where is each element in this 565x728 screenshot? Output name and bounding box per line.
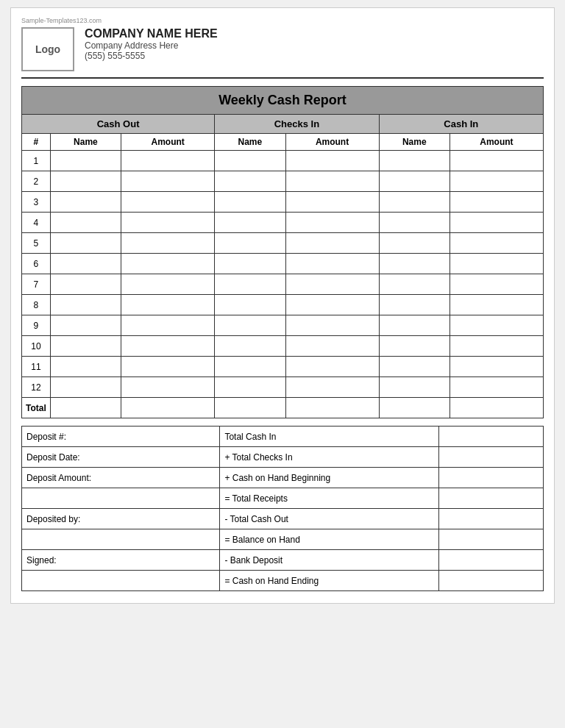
table-row: 9 <box>22 315 544 336</box>
table-row: 3 <box>22 192 544 213</box>
summary-left-label <box>22 488 220 509</box>
col-name-checksin: Name <box>215 134 285 151</box>
total-row: Total <box>22 398 544 418</box>
summary-value-cell <box>439 571 544 591</box>
summary-right-label: + Cash on Hand Beginning <box>220 468 439 488</box>
summary-right-label: + Total Checks In <box>220 447 439 468</box>
summary-value-cell <box>439 468 544 488</box>
col-amount-checksin: Amount <box>285 134 379 151</box>
col-amount-cashout: Amount <box>121 134 215 151</box>
table-row: 5 <box>22 233 544 254</box>
summary-left-label <box>22 571 220 591</box>
table-row: 11 <box>22 357 544 377</box>
summary-value-cell <box>439 488 544 509</box>
company-phone: (555) 555-5555 <box>85 51 218 61</box>
summary-left-label: Deposit Date: <box>22 447 220 468</box>
summary-right-label: Total Cash In <box>220 427 439 447</box>
summary-row: Deposit Date:+ Total Checks In <box>22 447 544 468</box>
summary-left-label: Deposit #: <box>22 427 220 447</box>
summary-right-label: - Total Cash Out <box>220 509 439 529</box>
summary-value-cell <box>439 509 544 529</box>
summary-value-cell <box>439 427 544 447</box>
col-amount-cashin: Amount <box>449 134 543 151</box>
summary-value-cell <box>439 550 544 571</box>
report-table: Weekly Cash Report Cash Out Checks In Ca… <box>21 86 544 418</box>
cash-out-header: Cash Out <box>22 115 215 134</box>
summary-right-label: = Cash on Hand Ending <box>220 571 439 591</box>
summary-row: = Cash on Hand Ending <box>22 571 544 591</box>
summary-value-cell <box>439 529 544 550</box>
table-row: 12 <box>22 377 544 398</box>
summary-right-label: - Bank Deposit <box>220 550 439 571</box>
table-row: 6 <box>22 254 544 274</box>
summary-left-label <box>22 529 220 550</box>
col-name-cashin: Name <box>379 134 449 151</box>
summary-row: = Total Receipts <box>22 488 544 509</box>
col-name-cashout: Name <box>50 134 121 151</box>
table-row: 2 <box>22 171 544 192</box>
summary-table: Deposit #:Total Cash InDeposit Date:+ To… <box>21 426 544 591</box>
summary-left-label: Deposited by: <box>22 509 220 529</box>
summary-left-label: Signed: <box>22 550 220 571</box>
page-header: Logo COMPANY NAME HERE Company Address H… <box>21 27 544 79</box>
cash-in-header: Cash In <box>379 115 543 134</box>
summary-right-label: = Total Receipts <box>220 488 439 509</box>
logo-box: Logo <box>21 27 74 71</box>
summary-row: Deposited by:- Total Cash Out <box>22 509 544 529</box>
table-row: 10 <box>22 336 544 357</box>
company-address: Company Address Here <box>85 40 218 51</box>
table-row: 7 <box>22 274 544 295</box>
summary-row: = Balance on Hand <box>22 529 544 550</box>
table-row: 8 <box>22 295 544 315</box>
summary-value-cell <box>439 447 544 468</box>
table-row: 4 <box>22 213 544 233</box>
col-number: # <box>22 134 51 151</box>
summary-right-label: = Balance on Hand <box>220 529 439 550</box>
table-row: 1 <box>22 151 544 171</box>
summary-row: Deposit Amount:+ Cash on Hand Beginning <box>22 468 544 488</box>
company-name: COMPANY NAME HERE <box>85 27 218 40</box>
summary-left-label: Deposit Amount: <box>22 468 220 488</box>
checks-in-header: Checks In <box>215 115 379 134</box>
watermark-text: Sample-Templates123.com <box>21 17 544 24</box>
company-info: COMPANY NAME HERE Company Address Here (… <box>85 27 218 61</box>
logo-label: Logo <box>35 43 60 55</box>
summary-row: Signed:- Bank Deposit <box>22 550 544 571</box>
report-title: Weekly Cash Report <box>22 87 544 115</box>
summary-row: Deposit #:Total Cash In <box>22 427 544 447</box>
